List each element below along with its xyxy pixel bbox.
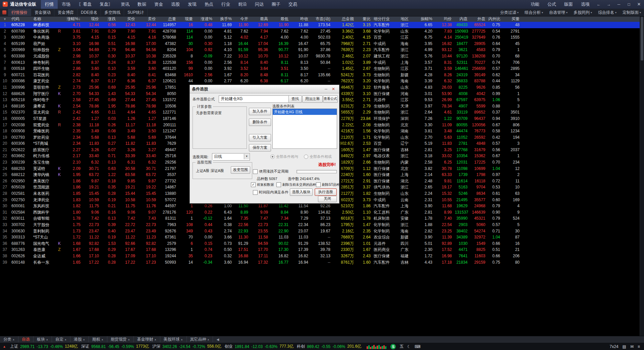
level-quote-button[interactable]: 五 [399,344,404,349]
find-button[interactable]: 查找 [288,95,302,103]
toolbar-dropdown[interactable]: 自选管理▾ [546,10,571,15]
add-condition-button[interactable]: 加入条件 [249,108,271,115]
save-plan-button[interactable]: 保存方案 [249,144,271,151]
menu-item[interactable]: 圈子 [268,0,284,9]
toolbar-dropdown[interactable]: 组合分析▾ [522,10,546,15]
menu-item[interactable]: 数据 [133,0,150,9]
radio-all-and[interactable]: 全部条件相与 [270,154,298,159]
col-header-open[interactable]: 今开 [233,16,250,22]
menu-item[interactable]: 复盘〗 [96,0,117,9]
menu-item[interactable]: 市场 [58,0,74,9]
toolbar-dropdown[interactable]: 分类过滤▾ [497,10,522,15]
col-header-amplitude[interactable]: 振幅% [414,16,434,22]
col-header-amount[interactable]: 总金额 [332,16,356,22]
condition-listbox[interactable]: 开始建仓XG 日线 [272,108,337,149]
monitor-icon[interactable]: ▤ [623,344,626,349]
period-combo[interactable]: 日线 ▼ [212,153,250,161]
menu-item[interactable]: 资金 [150,0,167,9]
toolbar-item[interactable]: 资金博弈 [54,9,77,16]
message-icon[interactable]: ✉ [630,344,634,349]
menu-item[interactable]: 选项 [577,0,594,9]
forward-button[interactable]: → [604,0,614,9]
table-row[interactable]: 36688776国光电气K1.6892.821.5392.6692.822579… [0,240,640,247]
menu-item[interactable]: 交易 [284,0,301,9]
col-header-filler[interactable] [521,16,640,22]
view-formula-button[interactable]: 查看公式 [323,95,338,103]
menu-item[interactable]: 〖看盘 [74,0,96,9]
market-tab[interactable]: 期货现货▲ [107,336,134,343]
pick-into-board-button[interactable]: 选股入板块 [290,188,313,196]
index-item[interactable]: 科创869.42-0.55-0.06%201.6亿 [297,344,361,349]
market-tab[interactable]: 板块▲ [34,336,52,343]
table-row[interactable]: 2600789鲁抗医药R3.817.910.297.907.9142870811… [0,28,640,35]
back-button[interactable]: ← [594,0,604,9]
col-header-name[interactable]: 名称 [32,16,55,22]
table-row[interactable]: 1605228神通科技4.7112.440.5612.4312.44114957… [0,22,640,28]
table-row[interactable]: 32603011合锻智能1.787.420.137.427.43813111-0… [0,215,640,222]
col-header-cur-volume[interactable]: 现量 [178,16,195,22]
table-row[interactable]: 37301263泰恩康Z1.6717.680.2917.6717.6813296… [0,247,640,253]
execute-pick-button[interactable]: 执行选股 [315,188,337,196]
table-row[interactable]: 30600081东风科技1.8211.750.2111.7511.7644597… [0,203,640,209]
col-header-industry[interactable]: 细分行业 [372,16,399,22]
menu-item[interactable]: 热点 [201,0,217,9]
index-item[interactable]: 深证9568.81-56.45-0.59%1773亿 [81,344,149,349]
change-range-button[interactable]: 改变范围 [231,166,250,174]
vertical-scrollbar[interactable] [640,16,644,336]
toolbar-item[interactable]: 行情报价 [8,9,31,16]
close-button[interactable]: 关闭 [318,196,337,202]
import-plan-button[interactable]: 引入方案 [249,134,271,141]
toolbar-item[interactable]: 多空阵线 [101,9,124,16]
market-tab[interactable]: 分类▲ [0,336,18,343]
col-header-code[interactable]: 代码 [10,16,32,22]
table-row[interactable]: 31002584西陇科学1.809.060.169.069.0727817612… [0,209,640,216]
index-item[interactable]: 上证2989.71-13.73-0.46%1248亿 [10,344,78,349]
col-header-outer-vol[interactable]: 外盘 [469,16,487,22]
minimize-button[interactable]: ─ [614,0,624,9]
menu-item[interactable]: 发现 [184,0,201,9]
toolbar-item[interactable]: DDE排名 [77,9,101,16]
col-header-price[interactable]: 现价 [82,16,101,22]
col-header-speed[interactable]: 涨速% [195,16,214,22]
menu-item[interactable]: 选股 [167,0,184,9]
menu-item[interactable]: 问达 [251,0,268,9]
night-mode-icon[interactable]: ☾ [407,344,411,349]
dialog-minimize-icon[interactable]: ─ [322,87,330,91]
radio-all-or[interactable]: 全部条件相或 [304,154,332,159]
market-tab[interactable]: 港股▲ [70,336,89,343]
market-tab[interactable]: 自定▲ [52,336,70,343]
checkbox-exclude-untraded[interactable]: 剔除当前未交易的品种 [276,182,316,187]
checkbox-forward-adjusted[interactable]: ✓ 前复权数据 [251,182,274,187]
table-row[interactable]: 35300313*ST天山1.7211.220.1911.2211.236736… [0,234,640,240]
menu-item[interactable]: 资讯 [117,0,133,9]
col-header-avg-price[interactable]: 均价 [434,16,453,22]
col-header-pe[interactable]: 市盈(动) [310,16,332,22]
market-tab[interactable]: 期权▲ [89,336,107,343]
col-header-change[interactable]: 涨跌 [101,16,117,22]
col-header-buy[interactable]: 买价 [117,16,137,22]
keyboard-icon[interactable]: ⌨ [415,344,420,349]
table-row[interactable]: 39600148长春一东1.6517.220.2817.2217.2350993… [0,259,640,266]
table-row[interactable]: 4605199葫芦娃3.1016.980.5116.9817.004738230… [0,41,640,47]
toolbar-dropdown[interactable]: 综合排名▾ [595,10,620,15]
dialog-title-bar[interactable]: 条件选股 ─ ✕ [190,85,339,93]
scrollbar-thumb[interactable] [641,17,643,60]
col-header-liangbi[interactable]: 量比 [356,16,372,22]
col-header-idx[interactable]: ▼ [0,16,10,22]
market-tab[interactable]: 美股环球▲ [160,336,187,343]
menu-icon[interactable]: ≡ [638,344,640,349]
tdx-logo-icon[interactable]: S [390,344,396,349]
col-header-region[interactable]: 地区 [399,16,414,22]
formula-combo[interactable]: 开始建仓XG ▼ [219,95,295,103]
table-row[interactable]: 10300086康芝药业2.746.370.176.366.3712062144… [0,78,640,84]
col-header-high[interactable]: 最高 [250,16,270,22]
index-item[interactable]: 沪深3402.26-24.54-0.72%556.0亿 [152,344,221,349]
menu-item[interactable]: 功能 [527,0,543,9]
table-row[interactable]: 6603388元成股份2.9810.370.3010.3710.38235328… [0,53,640,59]
checkbox-updown-period[interactable]: 使用涨跌不定周期 [253,169,288,174]
toolbar-item[interactable]: 资金驱动 [31,9,54,16]
table-row[interactable]: 38002626金达威1.6617.100.2817.0917.10192443… [0,253,640,259]
menu-item[interactable]: 版面 [560,0,577,9]
table-row[interactable]: 5300969恒帅股份Z3.0494.692.7994.4694.5682041… [0,47,640,53]
col-header-sell[interactable]: 卖价 [137,16,158,22]
